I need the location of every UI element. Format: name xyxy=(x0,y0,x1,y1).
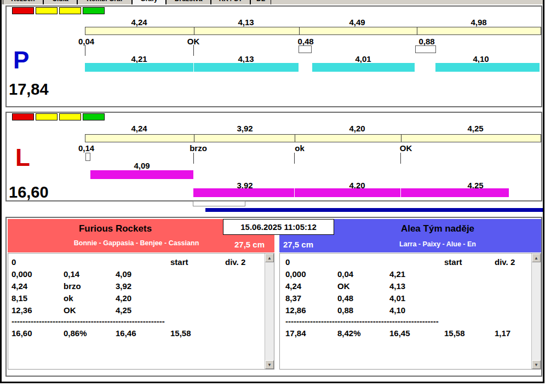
lane-p-panel: 4,24 4,13 4,49 4,98 0,04 OK 0,48 0,88 4,… xyxy=(5,5,542,107)
table-cell: 4,20 xyxy=(116,293,131,303)
summary-cell: 16,45 xyxy=(389,328,410,338)
table-cell: 8,37 xyxy=(285,293,301,303)
table-cell: 4,24 xyxy=(12,281,27,291)
bar-divider xyxy=(417,27,417,34)
table-cell: 4,09 xyxy=(116,269,131,279)
dog-run-bar xyxy=(435,63,540,72)
light-green-icon xyxy=(83,113,105,120)
table-cell: 12,86 xyxy=(285,305,306,315)
tab-rozbeh[interactable]: Rozběh xyxy=(3,0,43,4)
scroll-thumb-box[interactable] xyxy=(193,201,245,206)
table-separator: ----------------------------------------… xyxy=(285,316,440,326)
timestamp-box: 15.06.2025 11:05:12 xyxy=(223,219,334,235)
split-time: 4,13 xyxy=(219,18,273,27)
tab-dl[interactable]: DL xyxy=(250,0,271,4)
light-yellow-icon xyxy=(59,7,81,14)
tab-kk-st[interactable]: KK / ST xyxy=(211,0,250,4)
change-marker: 0,88 xyxy=(399,37,454,46)
table-cell: 0,48 xyxy=(337,293,353,303)
split-time: 4,20 xyxy=(330,124,385,133)
summary-cell: 15,58 xyxy=(444,328,465,338)
table-cell: 4,24 xyxy=(285,281,301,291)
table-cell: 0,04 xyxy=(337,269,353,279)
table-separator: ----------------------------------------… xyxy=(12,316,166,326)
bar-divider xyxy=(194,27,194,34)
dog-time: 4,21 xyxy=(112,54,167,64)
marker-tick xyxy=(193,153,194,164)
split-time: 4,98 xyxy=(451,18,506,27)
table-cell: 12,36 xyxy=(12,305,32,315)
change-marker: 0,48 xyxy=(278,37,333,46)
summary-cell: 0,86% xyxy=(64,328,87,338)
dog-run-bar xyxy=(312,63,415,72)
scrollbar[interactable]: ▲ ▼ xyxy=(265,253,274,369)
table-cell: 4,01 xyxy=(389,293,405,303)
left-team-dogs: Bonnie - Gappasia - Benjee - Cassiann xyxy=(8,239,265,247)
tab-grafy[interactable]: Grafy xyxy=(132,0,166,4)
bar-divider xyxy=(294,188,295,197)
gap-box xyxy=(415,45,436,53)
split-bar-p xyxy=(85,27,541,35)
results-table-left[interactable]: 0 start div. 2 0,000 0,14 4,09 4,24 brzo… xyxy=(8,253,274,370)
dog-time: 4,10 xyxy=(454,54,508,64)
lane-letter-p: P xyxy=(13,48,29,72)
change-marker: brzo xyxy=(171,143,226,153)
summary-cell: 16,46 xyxy=(116,328,136,338)
tab-cidla[interactable]: Čidla xyxy=(43,0,77,4)
lane-p-total-time: 17,84 xyxy=(9,81,49,97)
table-cell: 4,21 xyxy=(389,269,405,279)
bar-divider xyxy=(400,188,401,197)
table-cell: 8,15 xyxy=(12,293,27,303)
dog-time: 4,13 xyxy=(219,54,273,64)
table-cell: 4,13 xyxy=(389,281,405,291)
split-time: 4,24 xyxy=(112,18,167,27)
table-cell: 4,10 xyxy=(389,305,405,315)
lane-letter-l: L xyxy=(15,146,30,170)
bar-divider xyxy=(401,135,401,142)
light-yellow-icon xyxy=(36,113,58,120)
race-progress-bar xyxy=(205,208,543,212)
table-cell: div. 2 xyxy=(495,257,515,267)
table-cell: start xyxy=(444,257,462,267)
scroll-up-icon[interactable]: ▲ xyxy=(532,253,541,262)
light-red-icon xyxy=(12,7,34,14)
bar-divider xyxy=(299,27,300,34)
scrollbar[interactable]: ▲ ▼ xyxy=(531,253,541,369)
table-cell: 0,000 xyxy=(285,269,306,279)
light-yellow-icon xyxy=(36,7,58,14)
table-cell: 0,88 xyxy=(337,305,353,315)
dog-run-bar xyxy=(193,188,509,197)
table-cell: brzo xyxy=(64,281,81,291)
scroll-down-icon[interactable]: ▼ xyxy=(265,360,274,369)
bar-divider xyxy=(194,135,194,142)
dog-run-bar xyxy=(85,63,193,72)
table-cell: 0,14 xyxy=(64,269,79,279)
start-marker: 0,14 xyxy=(78,143,94,153)
app-window: Rozběh Čidla Kombi Graf Grafy Družstva K… xyxy=(0,0,545,392)
tab-bar: Rozběh Čidla Kombi Graf Grafy Družstva K… xyxy=(3,0,271,4)
right-jump-height: 27,5 cm xyxy=(283,240,313,249)
table-cell: div. 2 xyxy=(225,257,245,267)
tab-druzstva[interactable]: Družstva xyxy=(166,0,211,4)
right-team-name: Alea Tým naděje xyxy=(334,223,541,234)
summary-cell: 8,42% xyxy=(337,328,361,338)
results-table-right[interactable]: 0 start div. 2 0,000 0,04 4,21 4,24 OK 4… xyxy=(279,253,541,370)
start-lights-p xyxy=(12,7,105,14)
marker-tick xyxy=(85,45,85,56)
table-cell: OK xyxy=(337,281,350,291)
scroll-up-icon[interactable]: ▲ xyxy=(265,253,274,262)
summary-cell: 16,60 xyxy=(12,328,32,338)
scroll-down-icon[interactable]: ▼ xyxy=(532,360,541,369)
summary-cell: 15,58 xyxy=(170,328,191,338)
bar-divider xyxy=(295,135,295,142)
marker-tick xyxy=(294,153,295,164)
tab-kombi-graf[interactable]: Kombi Graf xyxy=(77,0,132,4)
window-border-right xyxy=(543,0,544,383)
window-border-left xyxy=(0,0,2,383)
dog-time: 4,01 xyxy=(336,54,391,64)
split-time: 4,49 xyxy=(330,18,385,27)
split-bar-l xyxy=(85,134,541,142)
split-time: 4,24 xyxy=(112,124,167,133)
window-border-bottom xyxy=(0,382,544,383)
light-red-icon xyxy=(12,113,34,120)
